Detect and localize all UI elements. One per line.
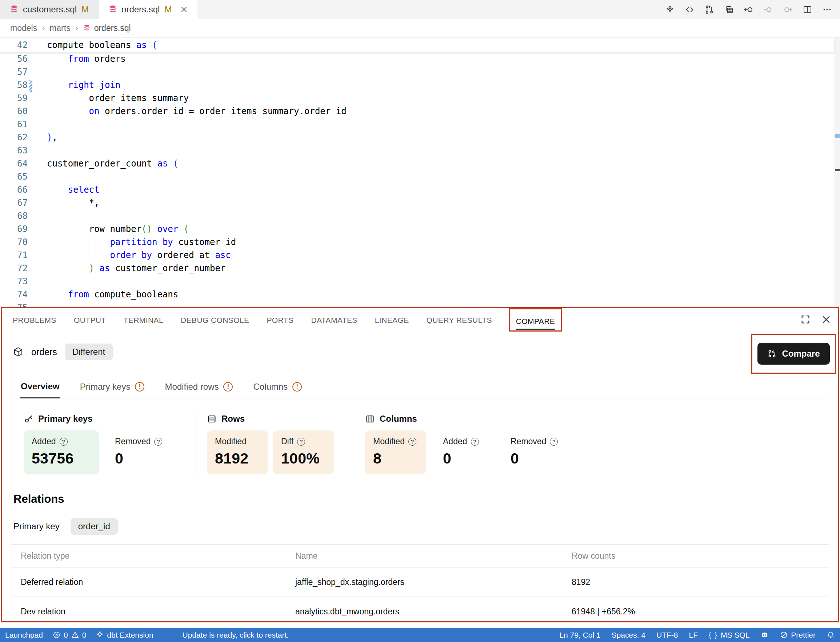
panel-tab-datamates[interactable]: DATAMATES <box>311 308 357 327</box>
table-cell: analytics.dbt_mwong.orders <box>295 607 572 616</box>
line-number: 72 <box>0 263 28 273</box>
stat-label: Modified <box>215 437 246 446</box>
code-line[interactable]: 63 <box>0 144 834 157</box>
chevron-right-icon: › <box>75 23 78 33</box>
panel-tab-problems[interactable]: PROBLEMS <box>12 308 57 327</box>
warning-circle-icon: ! <box>135 382 144 392</box>
line-number: 74 <box>0 289 28 300</box>
code-line[interactable]: 75 <box>0 301 834 307</box>
preview-table-icon[interactable] <box>724 5 734 15</box>
help-icon[interactable]: ? <box>154 438 162 446</box>
code-icon[interactable] <box>685 5 694 15</box>
language-mode[interactable]: { } MS SQL <box>709 631 749 639</box>
code-line[interactable]: 58 right join <box>0 78 834 92</box>
code-line[interactable]: 64customer_order_count as ( <box>0 157 834 170</box>
sticky-scroll-line[interactable]: 42compute_booleans as ( <box>0 37 834 52</box>
formatter-status[interactable]: Prettier <box>780 631 816 639</box>
launchpad-button[interactable]: Launchpad <box>5 631 43 639</box>
git-compare-icon[interactable] <box>704 5 714 15</box>
indentation-setting[interactable]: Spaces: 4 <box>611 631 645 639</box>
line-number: 56 <box>0 54 28 64</box>
more-actions-icon[interactable] <box>822 5 832 15</box>
encoding-setting[interactable]: UTF-8 <box>656 631 678 639</box>
modified-indicator: M <box>81 4 89 15</box>
breadcrumb: models › marts › orders.sql <box>0 19 840 37</box>
panel-tab-compare[interactable]: COMPARE <box>516 310 555 330</box>
line-number: 58 <box>0 80 28 90</box>
line-number: 60 <box>0 106 28 116</box>
code-editor[interactable]: 42compute_booleans as (56 from orders575… <box>0 37 840 307</box>
overview-ruler[interactable] <box>835 37 840 307</box>
subtab-columns[interactable]: Columns! <box>252 381 303 398</box>
indent-guide <box>67 196 67 210</box>
key-icon <box>24 414 34 424</box>
stats-section-rows: RowsModified8192Diff?100% <box>196 410 357 480</box>
help-icon[interactable]: ? <box>409 438 416 446</box>
indent-guide <box>88 248 88 263</box>
code-line[interactable]: 65 <box>0 170 834 183</box>
stat-primary-keys-removed: Removed?0 <box>115 430 166 474</box>
maximize-panel-icon[interactable] <box>800 314 811 325</box>
subtab-modified-rows[interactable]: Modified rows! <box>164 381 234 398</box>
indent-guide <box>67 248 67 263</box>
panel-tab-debug-console[interactable]: DEBUG CONSOLE <box>180 308 250 327</box>
cursor-position[interactable]: Ln 79, Col 1 <box>559 631 600 639</box>
breadcrumb-item-models[interactable]: models <box>10 23 37 33</box>
subtab-primary-keys[interactable]: Primary keys! <box>79 381 146 398</box>
code-line[interactable]: 70 partition by customer_id <box>0 235 834 249</box>
stats-section-title: Rows <box>221 414 245 424</box>
stat-value: 100% <box>281 450 326 467</box>
code-line[interactable]: 74 from compute_booleans <box>0 288 834 301</box>
code-line[interactable]: 69 row_number() over ( <box>0 222 834 235</box>
code-line[interactable]: 71 order by ordered_at asc <box>0 249 834 262</box>
code-text: compute_booleans as ( <box>47 40 157 50</box>
tab-label: customers.sql <box>23 4 77 15</box>
breadcrumb-item-marts[interactable]: marts <box>49 23 71 33</box>
close-tab-icon[interactable] <box>180 5 188 13</box>
code-line[interactable]: 61 <box>0 118 834 131</box>
code-line[interactable]: 62), <box>0 131 834 144</box>
line-number: 62 <box>0 132 28 143</box>
previous-change-icon[interactable] <box>763 5 773 15</box>
code-line[interactable]: 66 select <box>0 183 834 196</box>
help-icon[interactable]: ? <box>550 438 558 446</box>
relations-table: Relation typeNameRow countsDeferred rela… <box>11 544 829 623</box>
code-line[interactable]: 57 <box>0 65 834 78</box>
code-line[interactable]: 72 ) as customer_order_number <box>0 262 834 275</box>
subtab-overview[interactable]: Overview <box>20 381 60 399</box>
panel-tab-output[interactable]: OUTPUT <box>73 308 107 327</box>
notifications-bell-icon[interactable] <box>827 631 835 639</box>
help-icon[interactable]: ? <box>60 438 68 446</box>
code-line[interactable]: 67 *, <box>0 196 834 209</box>
split-editor-icon[interactable] <box>803 5 812 15</box>
close-panel-icon[interactable] <box>821 314 832 325</box>
help-icon[interactable]: ? <box>297 438 305 446</box>
editor-tab-orders-sql[interactable]: orders.sqlM <box>99 0 198 19</box>
help-icon[interactable]: ? <box>471 438 479 446</box>
dbt-power-user-icon[interactable] <box>665 5 675 15</box>
code-line[interactable]: 68 <box>0 209 834 222</box>
line-number: 68 <box>0 211 28 221</box>
code-text: partition by customer_id <box>47 237 236 247</box>
update-message[interactable]: Update is ready, click to restart. <box>183 631 289 639</box>
code-line[interactable]: 73 <box>0 275 834 288</box>
panel-tab-lineage[interactable]: LINEAGE <box>375 308 409 327</box>
compare-button[interactable]: Compare <box>757 343 829 365</box>
panel-tab-terminal[interactable]: TERMINAL <box>123 308 164 327</box>
code-line[interactable]: 56 from orders <box>0 52 834 65</box>
code-line[interactable]: 59 order_items_summary <box>0 92 834 105</box>
breadcrumb-item-file[interactable]: orders.sql <box>83 23 131 33</box>
braces-icon: { } <box>709 631 718 639</box>
panel-tab-ports[interactable]: PORTS <box>266 308 294 327</box>
next-change-icon[interactable] <box>783 5 793 15</box>
problems-status[interactable]: 0 0 <box>52 631 86 639</box>
copilot-icon[interactable] <box>761 631 769 639</box>
open-change-icon[interactable] <box>744 5 754 15</box>
dbt-extension-status[interactable]: dbt Extension <box>96 631 153 639</box>
editor-tab-customers-sql[interactable]: customers.sqlM <box>0 0 99 19</box>
error-icon <box>52 631 61 639</box>
warning-circle-icon: ! <box>223 382 233 392</box>
panel-tab-query-results[interactable]: QUERY RESULTS <box>426 308 492 327</box>
code-line[interactable]: 60 on orders.order_id = order_items_summ… <box>0 105 834 118</box>
eol-setting[interactable]: LF <box>689 631 698 639</box>
